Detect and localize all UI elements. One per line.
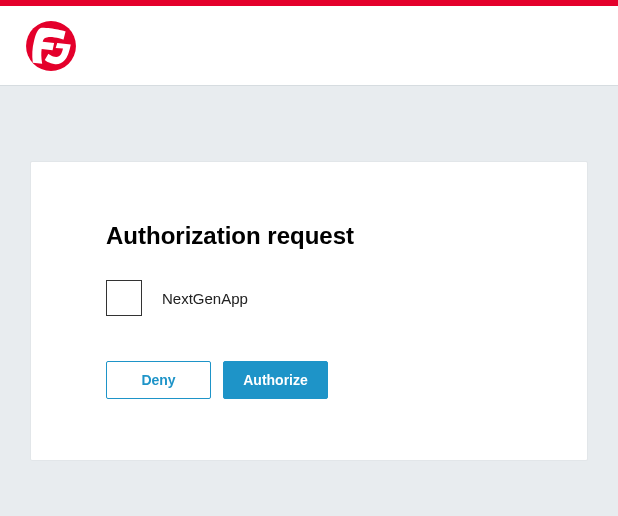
card-title: Authorization request [106,222,512,250]
content-area: Authorization request NextGenApp Deny Au… [0,86,618,491]
app-row: NextGenApp [106,280,512,316]
app-icon [106,280,142,316]
button-row: Deny Authorize [106,361,512,399]
authorize-button[interactable]: Authorize [223,361,328,399]
authorization-card: Authorization request NextGenApp Deny Au… [30,161,588,461]
header [0,6,618,86]
deny-button[interactable]: Deny [106,361,211,399]
app-name-label: NextGenApp [162,290,248,307]
f5-logo-icon [25,20,77,72]
